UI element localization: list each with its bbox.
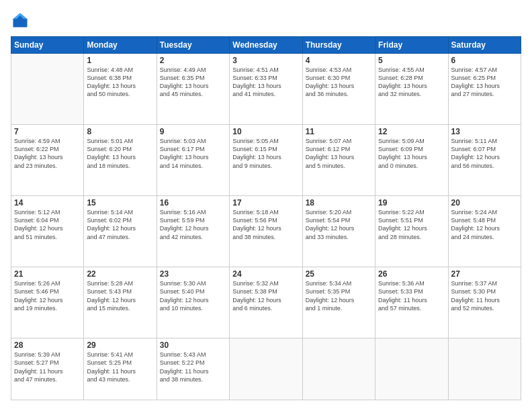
calendar-cell: 4Sunrise: 4:53 AM Sunset: 6:30 PM Daylig… xyxy=(302,54,375,125)
weekday-header-friday: Friday xyxy=(375,37,448,54)
calendar-cell xyxy=(448,338,521,400)
calendar-cell xyxy=(375,338,448,400)
calendar-cell xyxy=(11,54,84,125)
day-info: Sunrise: 5:18 AM Sunset: 5:56 PM Dayligh… xyxy=(232,208,299,241)
weekday-header-saturday: Saturday xyxy=(448,37,521,54)
calendar-table: SundayMondayTuesdayWednesdayThursdayFrid… xyxy=(11,36,521,400)
calendar-cell: 24Sunrise: 5:32 AM Sunset: 5:38 PM Dayli… xyxy=(230,267,302,338)
day-number: 24 xyxy=(232,269,299,279)
day-number: 23 xyxy=(160,269,226,279)
day-number: 27 xyxy=(451,269,518,279)
day-number: 10 xyxy=(232,127,299,136)
day-info: Sunrise: 5:26 AM Sunset: 5:46 PM Dayligh… xyxy=(14,279,81,312)
day-number: 16 xyxy=(160,198,226,208)
week-row-4: 21Sunrise: 5:26 AM Sunset: 5:46 PM Dayli… xyxy=(11,267,521,338)
calendar-cell: 30Sunrise: 5:43 AM Sunset: 5:22 PM Dayli… xyxy=(157,338,229,400)
calendar-cell: 14Sunrise: 5:12 AM Sunset: 6:04 PM Dayli… xyxy=(11,196,84,267)
calendar-cell: 3Sunrise: 4:51 AM Sunset: 6:33 PM Daylig… xyxy=(230,54,302,125)
day-info: Sunrise: 4:53 AM Sunset: 6:30 PM Dayligh… xyxy=(306,66,372,99)
calendar-cell: 20Sunrise: 5:24 AM Sunset: 5:48 PM Dayli… xyxy=(448,196,521,267)
week-row-1: 1Sunrise: 4:48 AM Sunset: 6:38 PM Daylig… xyxy=(11,54,521,125)
day-number: 29 xyxy=(87,340,153,350)
day-info: Sunrise: 5:43 AM Sunset: 5:22 PM Dayligh… xyxy=(160,351,226,383)
week-row-5: 28Sunrise: 5:39 AM Sunset: 5:27 PM Dayli… xyxy=(11,338,521,400)
day-number: 30 xyxy=(160,340,226,350)
calendar-cell xyxy=(302,338,375,400)
calendar-cell: 28Sunrise: 5:39 AM Sunset: 5:27 PM Dayli… xyxy=(11,338,84,400)
day-info: Sunrise: 5:20 AM Sunset: 5:54 PM Dayligh… xyxy=(306,208,372,241)
day-number: 22 xyxy=(87,269,153,279)
day-info: Sunrise: 5:41 AM Sunset: 5:25 PM Dayligh… xyxy=(87,351,153,383)
calendar-cell: 9Sunrise: 5:03 AM Sunset: 6:17 PM Daylig… xyxy=(157,125,229,196)
day-info: Sunrise: 4:51 AM Sunset: 6:33 PM Dayligh… xyxy=(232,66,299,99)
day-number: 17 xyxy=(232,198,299,208)
day-info: Sunrise: 5:03 AM Sunset: 6:17 PM Dayligh… xyxy=(160,137,226,170)
calendar-cell: 25Sunrise: 5:34 AM Sunset: 5:35 PM Dayli… xyxy=(302,267,375,338)
day-number: 12 xyxy=(378,127,445,136)
day-info: Sunrise: 4:57 AM Sunset: 6:25 PM Dayligh… xyxy=(451,66,518,99)
calendar-cell: 15Sunrise: 5:14 AM Sunset: 6:02 PM Dayli… xyxy=(84,196,157,267)
day-info: Sunrise: 4:55 AM Sunset: 6:28 PM Dayligh… xyxy=(378,66,445,99)
weekday-header-thursday: Thursday xyxy=(302,37,375,54)
calendar-page: SundayMondayTuesdayWednesdayThursdayFrid… xyxy=(0,0,532,411)
day-info: Sunrise: 5:09 AM Sunset: 6:09 PM Dayligh… xyxy=(378,137,445,170)
calendar-cell: 7Sunrise: 4:59 AM Sunset: 6:22 PM Daylig… xyxy=(11,125,84,196)
day-number: 1 xyxy=(87,56,153,65)
day-info: Sunrise: 5:07 AM Sunset: 6:12 PM Dayligh… xyxy=(306,137,372,170)
day-number: 5 xyxy=(378,56,445,65)
day-info: Sunrise: 5:22 AM Sunset: 5:51 PM Dayligh… xyxy=(378,208,445,241)
day-number: 14 xyxy=(14,198,81,208)
day-number: 18 xyxy=(306,198,372,208)
weekday-header-tuesday: Tuesday xyxy=(157,37,229,54)
week-row-3: 14Sunrise: 5:12 AM Sunset: 6:04 PM Dayli… xyxy=(11,196,521,267)
day-number: 4 xyxy=(306,56,372,65)
weekday-header-monday: Monday xyxy=(84,37,157,54)
weekday-header-wednesday: Wednesday xyxy=(230,37,302,54)
day-info: Sunrise: 5:39 AM Sunset: 5:27 PM Dayligh… xyxy=(14,351,81,383)
day-number: 11 xyxy=(306,127,372,136)
day-number: 15 xyxy=(87,198,153,208)
day-number: 9 xyxy=(160,127,226,136)
day-number: 13 xyxy=(451,127,518,136)
day-info: Sunrise: 5:05 AM Sunset: 6:15 PM Dayligh… xyxy=(232,137,299,170)
day-info: Sunrise: 5:36 AM Sunset: 5:33 PM Dayligh… xyxy=(378,279,445,312)
day-info: Sunrise: 5:14 AM Sunset: 6:02 PM Dayligh… xyxy=(87,208,153,241)
calendar-cell: 12Sunrise: 5:09 AM Sunset: 6:09 PM Dayli… xyxy=(375,125,448,196)
day-number: 20 xyxy=(451,198,518,208)
calendar-cell: 6Sunrise: 4:57 AM Sunset: 6:25 PM Daylig… xyxy=(448,54,521,125)
day-info: Sunrise: 5:37 AM Sunset: 5:30 PM Dayligh… xyxy=(451,279,518,312)
calendar-cell: 11Sunrise: 5:07 AM Sunset: 6:12 PM Dayli… xyxy=(302,125,375,196)
logo xyxy=(11,11,32,30)
day-info: Sunrise: 4:48 AM Sunset: 6:38 PM Dayligh… xyxy=(87,66,153,99)
day-number: 25 xyxy=(306,269,372,279)
day-info: Sunrise: 5:28 AM Sunset: 5:43 PM Dayligh… xyxy=(87,279,153,312)
day-info: Sunrise: 5:11 AM Sunset: 6:07 PM Dayligh… xyxy=(451,137,518,170)
day-number: 26 xyxy=(378,269,445,279)
week-row-2: 7Sunrise: 4:59 AM Sunset: 6:22 PM Daylig… xyxy=(11,125,521,196)
calendar-cell: 26Sunrise: 5:36 AM Sunset: 5:33 PM Dayli… xyxy=(375,267,448,338)
weekday-header-sunday: Sunday xyxy=(11,37,84,54)
calendar-cell: 13Sunrise: 5:11 AM Sunset: 6:07 PM Dayli… xyxy=(448,125,521,196)
calendar-cell: 8Sunrise: 5:01 AM Sunset: 6:20 PM Daylig… xyxy=(84,125,157,196)
day-number: 19 xyxy=(378,198,445,208)
day-number: 3 xyxy=(232,56,299,65)
logo-icon xyxy=(11,11,30,30)
calendar-cell: 19Sunrise: 5:22 AM Sunset: 5:51 PM Dayli… xyxy=(375,196,448,267)
day-number: 6 xyxy=(451,56,518,65)
calendar-cell: 22Sunrise: 5:28 AM Sunset: 5:43 PM Dayli… xyxy=(84,267,157,338)
day-info: Sunrise: 5:01 AM Sunset: 6:20 PM Dayligh… xyxy=(87,137,153,170)
weekday-header-row: SundayMondayTuesdayWednesdayThursdayFrid… xyxy=(11,37,521,54)
day-info: Sunrise: 5:34 AM Sunset: 5:35 PM Dayligh… xyxy=(306,279,372,312)
day-number: 8 xyxy=(87,127,153,136)
day-info: Sunrise: 5:12 AM Sunset: 6:04 PM Dayligh… xyxy=(14,208,81,241)
calendar-cell: 23Sunrise: 5:30 AM Sunset: 5:40 PM Dayli… xyxy=(157,267,229,338)
calendar-cell: 1Sunrise: 4:48 AM Sunset: 6:38 PM Daylig… xyxy=(84,54,157,125)
day-info: Sunrise: 4:49 AM Sunset: 6:35 PM Dayligh… xyxy=(160,66,226,99)
calendar-cell: 29Sunrise: 5:41 AM Sunset: 5:25 PM Dayli… xyxy=(84,338,157,400)
calendar-cell: 18Sunrise: 5:20 AM Sunset: 5:54 PM Dayli… xyxy=(302,196,375,267)
calendar-cell: 2Sunrise: 4:49 AM Sunset: 6:35 PM Daylig… xyxy=(157,54,229,125)
day-number: 7 xyxy=(14,127,81,136)
calendar-cell xyxy=(230,338,302,400)
calendar-cell: 10Sunrise: 5:05 AM Sunset: 6:15 PM Dayli… xyxy=(230,125,302,196)
day-info: Sunrise: 5:24 AM Sunset: 5:48 PM Dayligh… xyxy=(451,208,518,241)
